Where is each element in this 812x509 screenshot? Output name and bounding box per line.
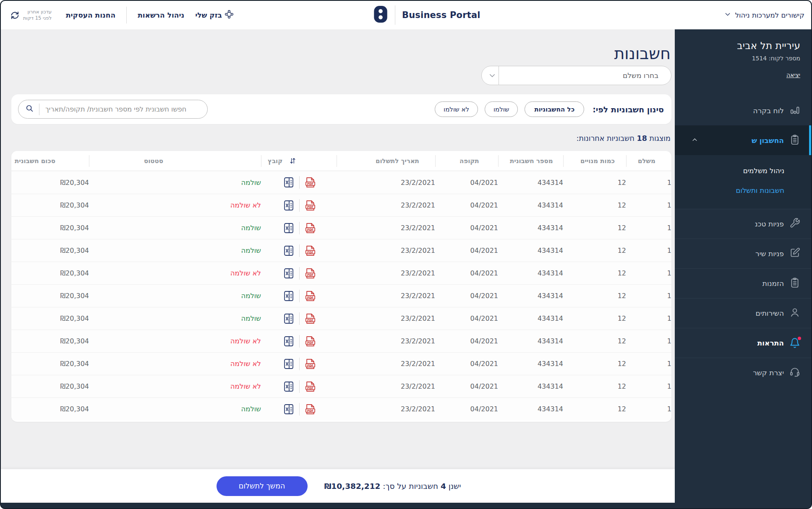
cell-subscribers: 12 [563, 337, 626, 345]
management-links-menu[interactable]: קישורים למערכות ניהול [724, 1, 804, 29]
pdf-download-icon[interactable]: PDF [305, 313, 316, 324]
cell-payer: 1 [626, 405, 671, 413]
cell-file: PDF [261, 222, 337, 234]
xls-download-icon[interactable] [284, 291, 294, 301]
pdf-download-icon[interactable]: PDF [305, 336, 316, 347]
cell-subscribers: 12 [563, 247, 626, 254]
cell-amount: ₪20,304 [11, 382, 89, 390]
topbar-left-menu: עדכון אחרון לפני 15 דקות החנות העסקית ני… [11, 1, 234, 29]
header-file: קובץ [261, 155, 337, 167]
cell-file: PDF [261, 380, 337, 393]
sort-icon[interactable] [289, 157, 296, 164]
sidebar-item-services[interactable]: השירותים [675, 298, 811, 328]
xls-download-icon[interactable] [284, 358, 294, 369]
xls-download-icon[interactable] [284, 177, 294, 188]
xls-download-icon[interactable] [284, 313, 294, 324]
file-divider [299, 176, 300, 189]
logout-link[interactable]: יציאה [786, 72, 800, 78]
pdf-download-icon[interactable]: PDF [305, 223, 316, 234]
payer-select[interactable]: בחרו משלם [481, 66, 671, 85]
sidebar-item-service-inquiries[interactable]: פניות שיר [675, 239, 811, 268]
pdf-download-icon[interactable]: PDF [305, 381, 316, 392]
cell-invoice-number: 434314 [498, 314, 563, 322]
cell-subscribers: 12 [563, 314, 626, 322]
xls-download-icon[interactable] [284, 223, 294, 234]
payment-bar: ישנן 4 חשבוניות על סך: ₪10,382,212 המשך … [1, 469, 676, 503]
xls-download-icon[interactable] [284, 381, 294, 392]
table-row[interactable]: 1 12 434314 04/2021 23/2/2021 PDF לא שול… [11, 352, 671, 375]
sidebar-item-account[interactable]: החשבון ש [675, 125, 811, 155]
cell-invoice-number: 434314 [498, 360, 563, 368]
table-row[interactable]: 1 12 434314 04/2021 23/2/2021 PDF שולמה … [11, 307, 671, 330]
sidebar-item-tech-inquiries[interactable]: פניות טכנ [675, 209, 811, 239]
table-body: 1 12 434314 04/2021 23/2/2021 PDF שולמה … [11, 171, 671, 420]
xls-download-icon[interactable] [284, 245, 294, 256]
invoices-table: משלם כמות מנויים מספר חשבונית תקופה תארי… [11, 151, 671, 422]
table-header: משלם כמות מנויים מספר חשבונית תקופה תארי… [11, 151, 671, 171]
xls-download-icon[interactable] [284, 404, 294, 415]
chip-unpaid[interactable]: לא שולמו [435, 101, 478, 117]
sidebar-item-contact[interactable]: יצרת קשר [675, 358, 811, 387]
cell-subscribers: 12 [563, 405, 626, 413]
topbar-item-business-store[interactable]: החנות העסקית [66, 11, 115, 19]
table-row[interactable]: 1 12 434314 04/2021 23/2/2021 PDF שולמה … [11, 397, 671, 420]
xls-download-icon[interactable] [284, 200, 294, 211]
pdf-download-icon[interactable]: PDF [305, 177, 316, 188]
continue-to-payment-button[interactable]: המשך לתשלום [217, 476, 308, 496]
cell-file: PDF [261, 267, 337, 280]
sidebar-item-alerts[interactable]: התראות [675, 328, 811, 358]
file-divider [299, 290, 300, 302]
cell-period: 04/2021 [435, 179, 498, 187]
file-divider [299, 267, 300, 280]
chip-all-invoices[interactable]: כל החשבוניות [525, 101, 584, 117]
table-row[interactable]: 1 12 434314 04/2021 23/2/2021 PDF לא שול… [11, 262, 671, 284]
cell-due-date: 23/2/2021 [337, 201, 435, 209]
cell-file: PDF [261, 290, 337, 302]
sidebar-item-orders[interactable]: הזמנות [675, 268, 811, 298]
xls-download-icon[interactable] [284, 268, 294, 279]
table-row[interactable]: 1 12 434314 04/2021 23/2/2021 PDF שולמה … [11, 239, 671, 262]
topbar-item-permissions[interactable]: ניהול הרשאות [138, 11, 184, 19]
pdf-download-icon[interactable]: PDF [305, 358, 316, 369]
chip-paid[interactable]: שולמו [485, 101, 518, 117]
cell-subscribers: 12 [563, 179, 626, 187]
refresh-icon[interactable] [11, 11, 19, 19]
cell-invoice-number: 434314 [498, 405, 563, 413]
header-subscribers: כמות מנויים [563, 155, 626, 167]
sidebar-subitem-invoices-payment[interactable]: חשבונות ותשלום [675, 181, 811, 200]
payer-select-divider [499, 66, 499, 85]
status-text: שולמה [89, 292, 261, 300]
pdf-download-icon[interactable]: PDF [305, 291, 316, 301]
table-row[interactable]: 1 12 434314 04/2021 23/2/2021 PDF לא שול… [11, 330, 671, 352]
svg-text:PDF: PDF [307, 409, 313, 412]
sidebar-nav: לוח בקרה החשבון ש ניהול משלמים חשבונות ו… [675, 96, 811, 387]
cell-payer: 1 [626, 360, 671, 368]
status-text: שולמה [89, 224, 261, 232]
table-row[interactable]: 1 12 434314 04/2021 23/2/2021 PDF לא שול… [11, 375, 671, 397]
table-row[interactable]: 1 12 434314 04/2021 23/2/2021 PDF לא שול… [11, 194, 671, 216]
pdf-download-icon[interactable]: PDF [305, 200, 316, 211]
cell-due-date: 23/2/2021 [337, 224, 435, 232]
cell-payer: 1 [626, 247, 671, 254]
cell-period: 04/2021 [435, 292, 498, 300]
bell-icon [789, 338, 800, 348]
sidebar-subitem-manage-payers[interactable]: ניהול משלמים [675, 161, 811, 181]
cell-amount: ₪20,304 [11, 292, 89, 300]
cell-subscribers: 12 [563, 224, 626, 232]
status-text: לא שולמה [89, 337, 261, 345]
topbar-item-my-bezeq[interactable]: בזק שלי [195, 10, 234, 21]
table-row[interactable]: 1 12 434314 04/2021 23/2/2021 PDF שולמה … [11, 171, 671, 194]
sidebar-item-dashboard[interactable]: לוח בקרה [675, 96, 811, 125]
pdf-download-icon[interactable]: PDF [305, 404, 316, 415]
table-row[interactable]: 1 12 434314 04/2021 23/2/2021 PDF שולמה … [11, 284, 671, 307]
search-input[interactable] [45, 105, 201, 113]
results-count-line: מוצגות 18 חשבוניות אחרונות: [577, 134, 671, 143]
sidebar-submenu: ניהול משלמים חשבונות ותשלום [675, 155, 811, 209]
bar-chart-icon [789, 104, 800, 117]
wrench-icon [789, 218, 800, 230]
svg-text:PDF: PDF [307, 318, 313, 322]
table-row[interactable]: 1 12 434314 04/2021 23/2/2021 PDF שולמה … [11, 216, 671, 239]
pdf-download-icon[interactable]: PDF [305, 245, 316, 256]
pdf-download-icon[interactable]: PDF [305, 268, 316, 279]
xls-download-icon[interactable] [284, 336, 294, 347]
